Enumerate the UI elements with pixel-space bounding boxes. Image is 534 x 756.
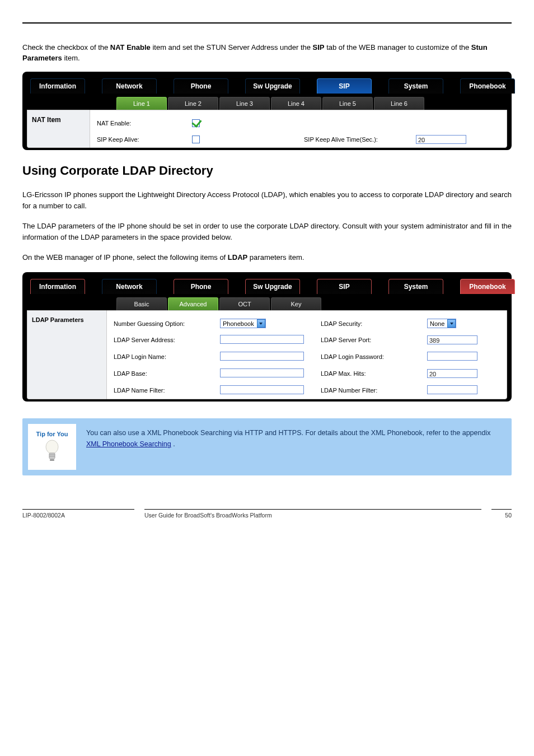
subtab-line1[interactable]: Line 1 xyxy=(116,97,167,110)
tab-network[interactable]: Network xyxy=(102,78,157,94)
panel2-side-label: LDAP Parameters xyxy=(27,310,106,399)
section-heading: Using Corporate LDAP Directory xyxy=(22,164,512,178)
svg-rect-2 xyxy=(50,459,54,461)
subtab-line2[interactable]: Line 2 xyxy=(168,97,218,110)
tab-information[interactable]: Information xyxy=(30,78,85,94)
nat-enable-checkbox[interactable] xyxy=(192,119,200,127)
intro-text: Check the checkbox of the NAT Enable ite… xyxy=(22,43,512,64)
select-number-guessing[interactable]: Phonebook xyxy=(220,319,266,328)
footer-model: LIP-8002/8002A xyxy=(22,509,134,519)
callout-link[interactable]: XML Phonebook Searching xyxy=(86,440,171,448)
intro-prefix: Check the checkbox of the xyxy=(22,43,110,52)
input-max-hits[interactable]: 20 xyxy=(427,369,477,378)
svg-point-0 xyxy=(46,440,58,454)
subtab-advanced[interactable]: Advanced xyxy=(168,297,218,310)
input-name-filter[interactable] xyxy=(220,385,304,394)
paragraph-2: The LDAP parameters of the IP phone shou… xyxy=(22,221,512,243)
panel2-subtabrow: Basic Advanced OCT Key xyxy=(27,297,507,310)
subtab-key[interactable]: Key xyxy=(271,297,321,310)
label-base: LDAP Base: xyxy=(114,370,220,377)
paragraph-1: LG-Ericsson IP phones support the Lightw… xyxy=(22,189,512,212)
input-server-address[interactable] xyxy=(220,335,304,344)
top-rule xyxy=(22,22,512,24)
select-number-guessing-value: Phonebook xyxy=(223,320,254,327)
tab-phonebook-2[interactable]: Phonebook xyxy=(460,279,515,294)
label-server-address: LDAP Server Address: xyxy=(114,337,220,343)
panel1-tabrow: Information Network Phone Sw Upgrade SIP… xyxy=(27,76,507,94)
panel1-subtabrow: Line 1 Line 2 Line 3 Line 4 Line 5 Line … xyxy=(27,97,507,110)
input-login-name[interactable] xyxy=(220,352,304,361)
intro-mid1: item and set the STUN Server Address und… xyxy=(152,43,312,52)
label-ldap-security: LDAP Security: xyxy=(321,320,427,327)
input-server-port[interactable]: 389 xyxy=(427,335,477,344)
subtab-line5[interactable]: Line 5 xyxy=(322,97,373,110)
tip-label: Tip for You xyxy=(36,431,68,437)
panel1-side-label: NAT Item xyxy=(27,110,90,148)
page-footer: LIP-8002/8002A User Guide for BroadSoft'… xyxy=(22,509,512,519)
label-server-port: LDAP Server Port: xyxy=(321,337,427,343)
tip-callout: Tip for You You can also use a XML Phone… xyxy=(22,418,512,475)
tab-swupgrade[interactable]: Sw Upgrade xyxy=(245,78,300,94)
intro-bold-sip: SIP xyxy=(313,43,325,52)
keep-alive-time-input[interactable]: 20 xyxy=(416,135,466,144)
subtab-line6[interactable]: Line 6 xyxy=(374,97,424,110)
paragraph-3: On the WEB manager of IP phone, select t… xyxy=(22,252,512,263)
label-number-guessing: Number Guessing Option: xyxy=(114,320,220,327)
tab-sip[interactable]: SIP xyxy=(317,78,372,94)
panel2-content: Number Guessing Option: Phonebook LDAP S… xyxy=(106,310,507,399)
sip-keep-alive-label: SIP Keep Alive: xyxy=(97,136,192,143)
input-base[interactable] xyxy=(220,368,304,377)
chevron-down-icon[interactable] xyxy=(257,319,265,328)
tab-system[interactable]: System xyxy=(388,78,443,94)
subtab-line4[interactable]: Line 4 xyxy=(271,97,321,110)
label-login-pw: LDAP Login Password: xyxy=(321,353,427,360)
tab-sip-2[interactable]: SIP xyxy=(317,279,372,294)
svg-rect-1 xyxy=(49,453,55,459)
panel1-content: NAT Enable: SIP Keep Alive: SIP Keep Ali… xyxy=(90,110,507,148)
panel2-tabrow: Information Network Phone Sw Upgrade SIP… xyxy=(27,277,507,294)
p3-after: parameters item. xyxy=(250,253,305,262)
subtab-line3[interactable]: Line 3 xyxy=(219,97,270,110)
tip-callout-icon: Tip for You xyxy=(28,424,76,470)
lightbulb-icon xyxy=(43,440,61,463)
tab-phone[interactable]: Phone xyxy=(174,78,228,94)
intro-mid2: tab of the WEB manager to customize of t… xyxy=(326,43,471,52)
select-ldap-security-value: None xyxy=(430,320,444,327)
input-login-pw[interactable] xyxy=(427,352,477,361)
label-max-hits: LDAP Max. Hits: xyxy=(321,370,427,377)
label-name-filter: LDAP Name Filter: xyxy=(114,387,220,394)
panel2-body: LDAP Parameters Number Guessing Option: … xyxy=(27,310,507,399)
label-login-name: LDAP Login Name: xyxy=(114,353,220,360)
input-number-filter[interactable] xyxy=(427,385,477,394)
tab-phonebook[interactable]: Phonebook xyxy=(460,78,515,94)
tab-system-2[interactable]: System xyxy=(388,279,443,294)
panel1-body: NAT Item NAT Enable: SIP Keep Alive: SIP… xyxy=(27,110,507,148)
p3-bold-ldap: LDAP xyxy=(228,253,247,262)
intro-suffix: item. xyxy=(64,54,79,62)
subtab-basic[interactable]: Basic xyxy=(116,297,167,310)
tab-phone-2[interactable]: Phone xyxy=(174,279,228,294)
callout-text-before: You can also use a XML Phonebook Searchi… xyxy=(86,429,490,437)
sip-nat-panel: Information Network Phone Sw Upgrade SIP… xyxy=(22,72,512,150)
ldap-panel: Information Network Phone Sw Upgrade SIP… xyxy=(22,272,512,402)
footer-title: User Guide for BroadSoft's BroadWorks Pl… xyxy=(144,509,481,519)
subtab-oct[interactable]: OCT xyxy=(219,297,270,310)
p3-before: On the WEB manager of IP phone, select t… xyxy=(22,253,228,262)
label-number-filter: LDAP Number Filter: xyxy=(321,387,427,394)
chevron-down-icon[interactable] xyxy=(447,319,456,328)
callout-text-after: . xyxy=(173,440,175,448)
nat-enable-label: NAT Enable: xyxy=(97,120,192,127)
tab-network-2[interactable]: Network xyxy=(102,279,157,294)
sip-keep-alive-checkbox[interactable] xyxy=(192,136,200,143)
intro-bold-natenable: NAT Enable xyxy=(110,43,151,52)
tab-information-2[interactable]: Information xyxy=(30,279,85,294)
footer-page-number: 50 xyxy=(491,509,512,519)
select-ldap-security[interactable]: None xyxy=(427,319,456,328)
tab-swupgrade-2[interactable]: Sw Upgrade xyxy=(245,279,300,294)
keep-alive-time-label: SIP Keep Alive Time(Sec.): xyxy=(304,136,416,143)
tip-callout-body: You can also use a XML Phonebook Searchi… xyxy=(82,418,512,475)
